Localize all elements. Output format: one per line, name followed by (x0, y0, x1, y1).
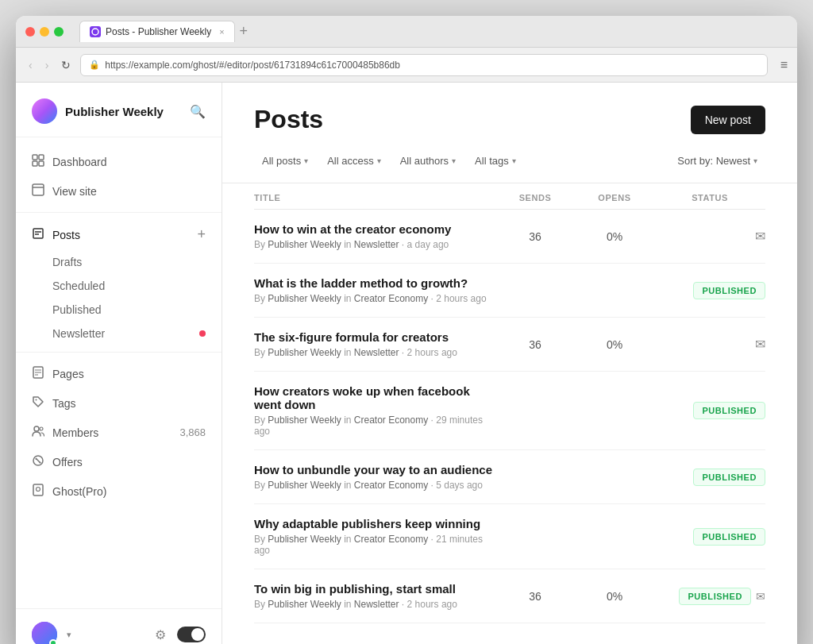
post-status: PUBLISHED (654, 528, 765, 546)
scheduled-label: Scheduled (52, 280, 105, 292)
dashboard-label: Dashboard (52, 156, 107, 168)
new-tab-button[interactable]: + (240, 23, 249, 40)
back-button[interactable]: ‹ (25, 56, 36, 75)
newsletter-dot (199, 330, 206, 337)
view-site-label: View site (52, 185, 97, 198)
post-title[interactable]: The six-figure formula for creators (254, 330, 495, 344)
members-label: Members (52, 426, 98, 439)
post-status: ✉ (654, 337, 765, 352)
svg-rect-2 (39, 155, 44, 160)
maximize-button[interactable] (54, 27, 64, 37)
post-sends: 36 (495, 338, 575, 351)
sidebar-item-view-site[interactable]: View site (16, 176, 222, 206)
tab-title: Posts - Publisher Weekly (106, 26, 211, 37)
post-title[interactable]: How to unbundle your way to an audience (254, 463, 495, 476)
lock-icon: 🔒 (89, 60, 100, 70)
sidebar-item-offers[interactable]: Offers (16, 447, 222, 476)
table-row[interactable]: How creators woke up when facebook went … (254, 372, 765, 450)
status-badge: ✉ (755, 337, 765, 352)
col-header-title: TITLE (254, 193, 495, 202)
filter-all-posts[interactable]: All posts ▾ (254, 150, 316, 172)
filter-all-tags[interactable]: All tags ▾ (467, 150, 524, 172)
page-header: Posts New post (222, 83, 797, 150)
filter-all-tags-chevron: ▾ (512, 156, 516, 165)
active-tab[interactable]: Posts - Publisher Weekly × (79, 21, 235, 42)
filter-all-access-label: All access (327, 155, 374, 167)
pages-icon (32, 366, 44, 381)
sidebar-footer: ▾ ⚙ (16, 608, 222, 644)
filter-sort[interactable]: Sort by: Newest ▾ (669, 150, 765, 172)
traffic-lights (25, 27, 64, 37)
status-badge: ✉ (755, 229, 765, 244)
titlebar: Posts - Publisher Weekly × + (16, 16, 797, 48)
table-row[interactable]: How to unbundle your way to an audience … (254, 450, 765, 504)
posts-label: Posts (52, 229, 80, 241)
post-info: How to win at the creator economy By Pub… (254, 222, 495, 250)
status-badge: PUBLISHED (693, 282, 765, 299)
sidebar-item-ghost-pro[interactable]: Ghost(Pro) (16, 476, 222, 506)
col-header-status: STATUS (654, 193, 765, 202)
refresh-button[interactable]: ↻ (58, 56, 74, 75)
browser-menu-icon[interactable]: ≡ (780, 58, 788, 72)
members-count: 3,868 (179, 426, 206, 438)
drafts-label: Drafts (52, 256, 82, 268)
sidebar-item-pages[interactable]: Pages (16, 359, 222, 388)
ghost-pro-label: Ghost(Pro) (52, 485, 106, 498)
search-icon[interactable]: 🔍 (190, 104, 206, 119)
post-title[interactable]: Why adaptable publishers keep winning (254, 517, 495, 530)
tab-favicon (90, 26, 101, 37)
sidebar-item-tags[interactable]: Tags (16, 388, 222, 418)
sidebar-item-posts[interactable]: Posts + (16, 219, 222, 250)
sidebar-item-published[interactable]: Published (16, 298, 222, 322)
post-info: The six-figure formula for creators By P… (254, 330, 495, 358)
svg-rect-5 (33, 184, 44, 195)
sidebar-item-dashboard[interactable]: Dashboard (16, 147, 222, 176)
minimize-button[interactable] (40, 27, 49, 37)
offers-icon (32, 454, 44, 469)
sidebar-item-drafts[interactable]: Drafts (16, 250, 222, 274)
close-button[interactable] (25, 27, 35, 37)
status-badge: PUBLISHED (693, 528, 765, 546)
filter-all-authors-chevron: ▾ (452, 156, 456, 165)
filter-all-authors[interactable]: All authors ▾ (392, 150, 464, 172)
add-post-button[interactable]: + (197, 226, 206, 243)
main-content: Posts New post All posts ▾ All access ▾ … (222, 83, 797, 644)
tab-bar: Posts - Publisher Weekly × + (79, 21, 788, 42)
app-body: Publisher Weekly 🔍 Dashboard (16, 83, 797, 644)
pages-label: Pages (52, 368, 84, 380)
new-post-button[interactable]: New post (691, 106, 765, 134)
filter-all-tags-label: All tags (475, 155, 509, 167)
svg-point-15 (40, 427, 43, 430)
settings-icon[interactable]: ⚙ (155, 627, 166, 642)
filter-sort-chevron: ▾ (753, 156, 757, 165)
post-title[interactable]: To win big in publishing, start small (254, 582, 495, 596)
filter-all-access[interactable]: All access ▾ (319, 150, 389, 172)
tags-icon (32, 395, 44, 411)
table-row[interactable]: The six-figure formula for creators By P… (254, 318, 765, 372)
post-title[interactable]: What is the ladder method to growth? (254, 276, 495, 290)
post-meta: By Publisher Weekly in Newsletter · a da… (254, 239, 495, 250)
post-info: What is the ladder method to growth? By … (254, 276, 495, 304)
post-title[interactable]: How to win at the creator economy (254, 222, 495, 236)
post-title[interactable]: How creators woke up when facebook went … (254, 384, 495, 411)
forward-button[interactable]: › (42, 56, 52, 75)
post-meta: By Publisher Weekly in Newsletter · 2 ho… (254, 599, 495, 610)
sidebar-item-scheduled[interactable]: Scheduled (16, 274, 222, 298)
tab-close-button[interactable]: × (219, 27, 224, 37)
sidebar-item-members[interactable]: Members 3,868 (16, 418, 222, 447)
url-bar[interactable]: 🔒 https://example.com/ghost/#/editor/pos… (80, 54, 767, 76)
offers-label: Offers (52, 456, 83, 469)
theme-toggle[interactable] (177, 627, 206, 642)
user-chevron-icon[interactable]: ▾ (67, 630, 71, 640)
post-sends: 36 (495, 590, 575, 603)
post-opens: 0% (575, 230, 654, 243)
sidebar-item-newsletter[interactable]: Newsletter (16, 322, 222, 345)
table-row[interactable]: To win big in publishing, start small By… (254, 569, 765, 623)
table-row[interactable]: What is the ladder method to growth? By … (254, 264, 765, 318)
user-avatar[interactable] (32, 622, 57, 644)
table-row[interactable]: Why adaptable publishers keep winning By… (254, 504, 765, 569)
svg-point-13 (36, 399, 37, 401)
newsletter-label: Newsletter (52, 327, 105, 340)
posts-icon (32, 227, 44, 242)
table-row[interactable]: How to win at the creator economy By Pub… (254, 210, 765, 264)
